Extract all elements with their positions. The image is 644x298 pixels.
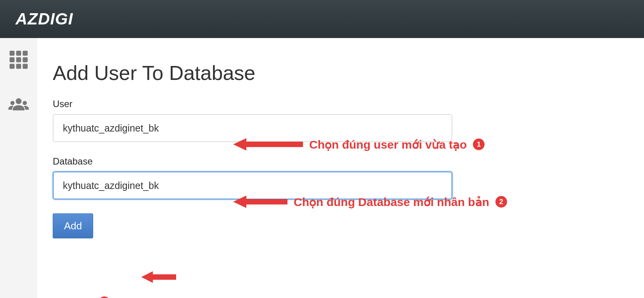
app-header: AZDIGI bbox=[0, 0, 644, 38]
main-content: Add User To Database User kythuatc_azdig… bbox=[37, 38, 644, 298]
user-field-label: User bbox=[53, 99, 628, 109]
users-group-icon[interactable] bbox=[8, 94, 29, 117]
annotation-3-badge: 3 bbox=[99, 296, 110, 298]
database-select-value: kythuatc_azdiginet_bk bbox=[63, 180, 159, 191]
svg-rect-0 bbox=[10, 51, 15, 56]
sidebar bbox=[0, 38, 37, 298]
page-title: Add User To Database bbox=[53, 61, 628, 85]
svg-rect-5 bbox=[23, 57, 28, 62]
svg-point-11 bbox=[23, 101, 27, 105]
svg-marker-14 bbox=[141, 271, 176, 283]
svg-rect-2 bbox=[23, 51, 28, 56]
annotation-1-badge: 1 bbox=[473, 139, 485, 150]
svg-point-10 bbox=[10, 101, 15, 105]
user-select-value: kythuatc_azdiginet_bk bbox=[63, 123, 159, 134]
svg-point-9 bbox=[16, 98, 22, 104]
svg-rect-8 bbox=[23, 64, 28, 69]
svg-rect-1 bbox=[16, 51, 21, 56]
database-field-label: Database bbox=[53, 156, 628, 167]
user-select[interactable]: kythuatc_azdiginet_bk bbox=[53, 114, 452, 142]
apps-grid-icon[interactable] bbox=[8, 49, 29, 72]
svg-rect-4 bbox=[16, 57, 21, 62]
database-select[interactable]: kythuatc_azdiginet_bk bbox=[53, 172, 452, 199]
arrow-left-icon bbox=[141, 269, 176, 285]
brand-logo: AZDIGI bbox=[16, 10, 73, 28]
add-button[interactable]: Add bbox=[53, 213, 93, 238]
svg-rect-7 bbox=[16, 64, 21, 69]
svg-rect-3 bbox=[10, 57, 15, 62]
svg-rect-6 bbox=[10, 64, 15, 69]
annotation-2-badge: 2 bbox=[495, 196, 507, 208]
